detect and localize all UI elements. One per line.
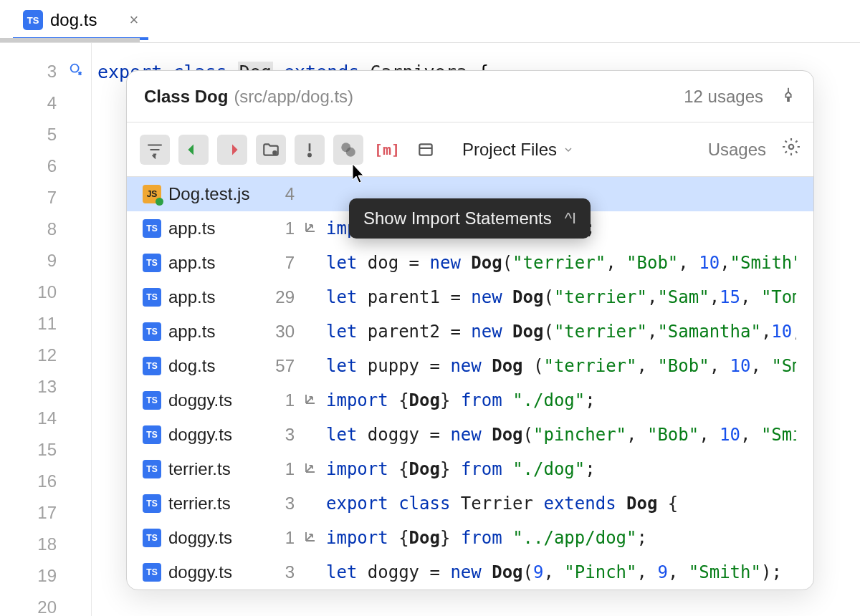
gutter-line[interactable]: 4 <box>0 87 91 119</box>
gutter-line[interactable]: 7 <box>0 182 91 213</box>
file-name: app.ts <box>168 287 262 307</box>
gutter-line[interactable]: 17 <box>0 497 91 529</box>
implements-marker-icon[interactable] <box>68 62 84 82</box>
gutter-line[interactable]: 13 <box>0 371 91 403</box>
ts-file-icon: TS <box>143 425 161 444</box>
gear-icon[interactable] <box>782 138 801 161</box>
file-name: app.ts <box>168 253 262 273</box>
scope-dropdown[interactable]: Project Files <box>462 140 574 160</box>
svg-rect-5 <box>419 144 431 155</box>
pin-icon[interactable] <box>780 85 796 107</box>
usages-popup: Class Dog (src/app/dog.ts) 12 usages <box>126 70 814 590</box>
gutter-line[interactable]: 6 <box>0 150 91 182</box>
line-number: 3 <box>269 562 295 582</box>
js-file-icon: JS <box>143 185 161 203</box>
gutter-line[interactable]: 8 <box>0 213 91 245</box>
close-icon[interactable]: × <box>129 11 138 29</box>
show-imports-button[interactable] <box>295 135 325 165</box>
usage-row[interactable]: TSdoggy.ts3let doggy = new Dog(9, "Pinch… <box>127 555 813 589</box>
code-area[interactable]: export class Dog extends Carnivora { Cla… <box>92 43 860 616</box>
usage-row[interactable]: TSapp.ts30let parent2 = new Dog("terrier… <box>127 314 813 349</box>
line-number: 4 <box>269 184 295 204</box>
gutter-line[interactable]: 16 <box>0 466 91 497</box>
gutter-line[interactable]: 20 <box>0 592 91 616</box>
code-snippet: import {Dog} from "../app/dog"; <box>326 528 647 548</box>
line-number: 1 <box>269 218 295 239</box>
code-snippet: let dog = new Dog("terrier", "Bob", 10,"… <box>326 253 796 273</box>
tab-progress-bar <box>0 38 140 42</box>
import-marker-icon <box>302 461 319 478</box>
usage-row[interactable]: TSdoggy.ts1import {Dog} from "../app/dog… <box>127 521 813 555</box>
tooltip-text: Show Import Statements <box>363 208 552 228</box>
usage-row[interactable]: TSapp.ts29let parent1 = new Dog("terrier… <box>127 280 813 314</box>
usages-list[interactable]: JSDog.test.js4TSapp.ts1import {Dog} from… <box>127 177 813 589</box>
gutter-line[interactable]: 5 <box>0 119 91 150</box>
ts-file-icon: TS <box>143 563 161 582</box>
usage-row[interactable]: TSdog.ts57let puppy = new Dog ("terrier"… <box>127 349 813 383</box>
gutter-line[interactable]: 10 <box>0 276 91 308</box>
file-name: doggy.ts <box>168 390 262 410</box>
filter-writes-button[interactable] <box>217 135 247 165</box>
gutter: 34567891011121314151617181920 <box>0 43 92 616</box>
line-number: 1 <box>269 390 295 410</box>
import-marker-icon <box>302 221 319 237</box>
code-snippet: let doggy = new Dog(9, "Pinch", 9, "Smit… <box>326 562 782 582</box>
code-snippet: export class Terrier extends Dog { <box>326 494 678 514</box>
popup-toolbar: [m] Project Files Usages <box>127 122 813 177</box>
file-name: app.ts <box>168 218 262 239</box>
gutter-line[interactable]: 3 <box>0 56 91 87</box>
code-snippet: let parent2 = new Dog("terrier","Samanth… <box>326 322 796 342</box>
ts-file-icon: TS <box>143 357 161 375</box>
usage-row[interactable]: TSapp.ts7let dog = new Dog("terrier", "B… <box>127 246 813 280</box>
usages-tab[interactable]: Usages <box>708 140 766 160</box>
ts-file-icon: TS <box>143 460 161 478</box>
usage-row[interactable]: TSdoggy.ts3let doggy = new Dog("pincher"… <box>127 418 813 452</box>
import-marker-icon <box>302 530 319 547</box>
usage-row[interactable]: TSterrier.ts1import {Dog} from "./dog"; <box>127 452 813 486</box>
code-snippet: let parent1 = new Dog("terrier","Sam",15… <box>326 287 796 307</box>
tab-dog-ts[interactable]: TS dog.ts × <box>13 3 148 40</box>
gutter-line[interactable]: 12 <box>0 340 91 371</box>
file-name: doggy.ts <box>168 528 262 548</box>
gutter-line[interactable]: 14 <box>0 403 91 434</box>
filter-reads-button[interactable] <box>178 135 209 165</box>
ts-file-icon: TS <box>143 254 161 272</box>
ts-file-icon: TS <box>23 10 43 30</box>
gutter-line[interactable]: 9 <box>0 245 91 276</box>
svg-point-4 <box>346 147 355 156</box>
file-name: Dog.test.js <box>168 184 262 204</box>
file-name: terrier.ts <box>168 459 262 479</box>
module-scope-button[interactable]: [m] <box>372 135 402 165</box>
preview-button[interactable] <box>411 135 441 165</box>
usage-row[interactable]: TSterrier.ts3export class Terrier extend… <box>127 486 813 521</box>
svg-point-2 <box>308 153 310 155</box>
file-name: terrier.ts <box>168 494 262 514</box>
tab-bar: TS dog.ts × <box>0 0 860 43</box>
tab-label: dog.ts <box>50 10 97 30</box>
tooltip-shortcut: ^I <box>565 209 576 228</box>
gutter-line[interactable]: 19 <box>0 560 91 592</box>
line-number: 1 <box>269 459 295 479</box>
svg-point-1 <box>273 151 276 154</box>
sort-button[interactable] <box>140 135 170 165</box>
line-number: 29 <box>269 287 295 307</box>
popup-title: Class Dog <box>144 87 228 107</box>
gutter-line[interactable]: 15 <box>0 434 91 466</box>
line-number: 3 <box>269 494 295 514</box>
usage-row[interactable]: TSdoggy.ts1import {Dog} from "./dog"; <box>127 383 813 418</box>
line-number: 57 <box>269 356 295 376</box>
ts-file-icon: TS <box>143 322 161 341</box>
code-snippet: let puppy = new Dog ("terrier", "Bob", 1… <box>326 356 796 376</box>
ts-file-icon: TS <box>143 494 161 513</box>
tooltip: Show Import Statements ^I <box>349 198 591 239</box>
file-name: dog.ts <box>168 356 262 376</box>
filter-base-button[interactable] <box>333 135 363 165</box>
usage-count: 12 usages <box>684 87 763 107</box>
file-name: doggy.ts <box>168 425 262 445</box>
scope-label: Project Files <box>462 140 557 160</box>
gutter-line[interactable]: 11 <box>0 308 91 340</box>
gutter-line[interactable]: 18 <box>0 529 91 560</box>
ts-file-icon: TS <box>143 529 161 547</box>
ts-file-icon: TS <box>143 219 161 238</box>
folder-scope-button[interactable] <box>256 135 286 165</box>
